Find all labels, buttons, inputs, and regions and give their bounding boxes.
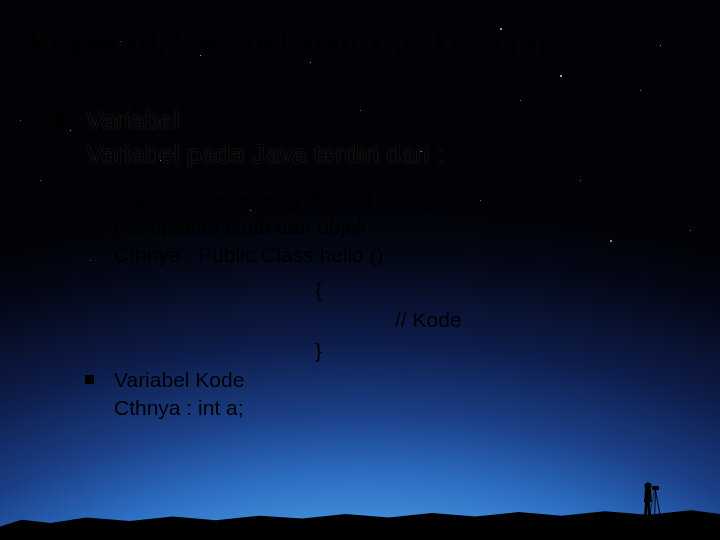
sub-bullet-line: merupakan state dari objek bbox=[114, 213, 585, 241]
sub-bullet-text: Variabel Class yang dikenal sebagai prop… bbox=[114, 186, 585, 269]
main-bullet-text: Variabel Variabel pada Java terdiri dari… bbox=[86, 104, 444, 172]
sub-bullet-item: Variabel Class yang dikenal sebagai prop… bbox=[85, 186, 690, 269]
code-block: { // Kode } bbox=[315, 275, 690, 366]
slide-title: Keyword, Variabel, dan Tipe Data (3) bbox=[30, 26, 690, 60]
square-bullet-icon bbox=[85, 195, 94, 204]
code-comment: // Kode bbox=[395, 305, 690, 335]
sub-bullet-list: Variabel Class yang dikenal sebagai prop… bbox=[85, 186, 690, 422]
diamond-bullet-icon: ❖ bbox=[48, 108, 68, 134]
slide-content: Keyword, Variabel, dan Tipe Data (3) ❖ V… bbox=[0, 0, 720, 540]
sub-bullet-item: Variabel Kode Cthnya : int a; bbox=[85, 366, 690, 421]
sub-bullet-line: Variabel Kode bbox=[114, 366, 244, 394]
main-bullet: ❖ Variabel Variabel pada Java terdiri da… bbox=[48, 104, 690, 172]
square-bullet-icon bbox=[85, 375, 94, 384]
main-bullet-heading: Variabel bbox=[86, 104, 444, 138]
sub-bullet-line: Variabel Class yang dikenal sebagai prop… bbox=[114, 186, 585, 214]
sub-bullet-line: Cthnya : Public Class hello () bbox=[114, 241, 585, 269]
main-bullet-desc: Variabel pada Java terdiri dari : bbox=[86, 138, 444, 172]
sub-bullet-text: Variabel Kode Cthnya : int a; bbox=[114, 366, 244, 421]
code-close-brace: } bbox=[315, 336, 690, 366]
sub-bullet-line: Cthnya : int a; bbox=[114, 394, 244, 422]
code-open-brace: { bbox=[315, 275, 690, 305]
